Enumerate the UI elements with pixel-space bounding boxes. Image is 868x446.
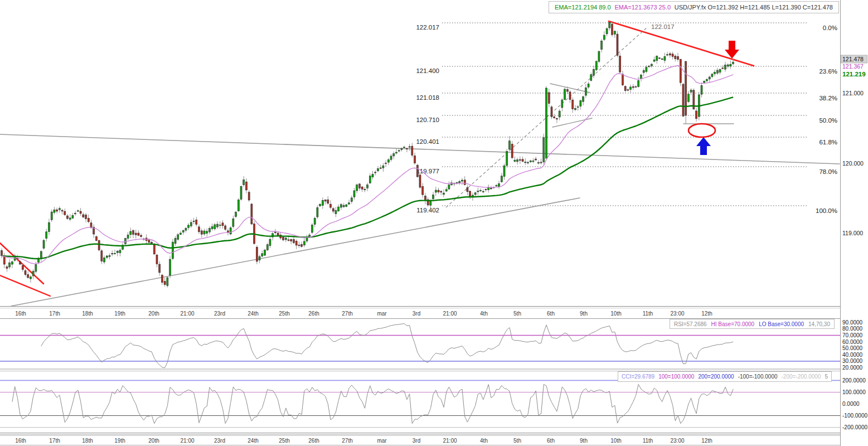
- candle-up: [172, 242, 173, 259]
- candle-up: [106, 256, 108, 258]
- candle-up: [430, 201, 431, 205]
- candle-down: [632, 86, 634, 88]
- candle-down: [619, 56, 621, 72]
- candle-up: [219, 225, 221, 225]
- candle-up: [285, 238, 287, 240]
- candle-up: [264, 250, 266, 255]
- candle-up: [574, 108, 576, 109]
- candle-down: [159, 264, 161, 273]
- fib-retracement[interactable]: [442, 23, 807, 206]
- candle-down: [138, 233, 139, 235]
- time-label: 3rd: [413, 311, 420, 317]
- candle-down: [3, 256, 5, 264]
- candle-up: [646, 67, 647, 72]
- candle-down: [556, 118, 557, 119]
- candle-up: [690, 90, 692, 93]
- candle-down: [151, 242, 153, 243]
- time-label: 12th: [701, 311, 712, 317]
- fib-price-label: 120.401: [416, 138, 439, 145]
- candle-up: [369, 176, 371, 183]
- candle-up: [372, 174, 374, 177]
- candle-up: [711, 74, 713, 77]
- candle-up: [435, 190, 437, 192]
- candle-down: [672, 54, 673, 56]
- candle-down: [358, 184, 360, 188]
- candle-up: [46, 232, 47, 239]
- candle-up: [114, 253, 115, 254]
- red-highlight-ellipse[interactable]: [688, 124, 715, 137]
- candle-up: [9, 263, 11, 267]
- candle-down: [675, 56, 676, 59]
- candle-up: [69, 218, 71, 220]
- candle-up: [243, 180, 245, 185]
- time-label: 4th: [480, 438, 488, 444]
- candle-up: [477, 191, 479, 192]
- candle-up: [716, 70, 718, 73]
- candle-down: [80, 211, 81, 214]
- candle-down: [566, 89, 568, 91]
- red-down-arrow[interactable]: [725, 41, 739, 59]
- candle-down: [95, 236, 97, 240]
- candle-up: [109, 255, 110, 256]
- candle-up: [30, 277, 31, 279]
- blue-up-arrow[interactable]: [696, 137, 711, 155]
- candle-down: [288, 240, 289, 240]
- rsi-panel: [0, 324, 840, 368]
- cci-axis-label: 0.0000: [842, 401, 860, 407]
- candle-up: [609, 22, 610, 28]
- candle-down: [554, 117, 555, 118]
- ema-89-line[interactable]: [2, 97, 733, 259]
- candle-up: [322, 200, 323, 205]
- candle-down: [380, 168, 381, 168]
- fib-pct-label: 23.6%: [819, 68, 837, 75]
- candle-up: [704, 81, 705, 83]
- time-label: 25th: [279, 311, 289, 317]
- candle-up: [319, 204, 321, 206]
- cci-line: [12, 384, 733, 423]
- axis-strip-band: [0, 434, 840, 436]
- candle-up: [546, 88, 547, 158]
- candle-down: [222, 223, 224, 226]
- candle-up: [501, 176, 502, 182]
- red-wedge-lower[interactable]: [0, 275, 50, 296]
- candle-up: [583, 96, 584, 101]
- time-label: 5th: [513, 311, 521, 317]
- candle-up: [182, 230, 184, 232]
- candle-up: [401, 148, 403, 149]
- candle-down: [1, 250, 3, 255]
- candle-down: [324, 200, 326, 201]
- time-label: 6th: [547, 311, 555, 317]
- candle-up: [445, 190, 447, 191]
- price-axis-label: 121.000: [842, 90, 864, 96]
- candle-up: [630, 87, 632, 90]
- candle-down: [677, 56, 679, 60]
- candle-up: [714, 72, 716, 74]
- rsi-axis-label: 50.0000: [842, 345, 863, 351]
- candle-down: [469, 191, 471, 196]
- time-label: 23:00: [670, 311, 684, 317]
- fib-price-label: 121.400: [416, 67, 439, 74]
- rsi-hi-base: HI Base=70.0000: [711, 321, 755, 327]
- ema-25-line[interactable]: [2, 66, 733, 264]
- candle-up: [111, 254, 113, 254]
- price-axis-label: 120.000: [842, 160, 864, 167]
- candle-down: [20, 261, 21, 264]
- candle-up: [119, 250, 121, 253]
- time-label: 18th: [82, 311, 93, 317]
- candle-up: [595, 61, 597, 70]
- candle-down: [535, 159, 537, 160]
- candle-up: [351, 198, 352, 202]
- candle-up: [11, 262, 13, 264]
- candle-down: [248, 192, 250, 200]
- cci-axis-label: -200.0000: [842, 424, 867, 430]
- time-label: 9th: [580, 438, 588, 444]
- time-label: 5th: [513, 438, 521, 444]
- time-label: 21:00: [443, 311, 457, 317]
- candle-up: [43, 240, 45, 248]
- price-tag: 121.367: [842, 63, 864, 70]
- fib-pct-label: 50.0%: [819, 117, 837, 124]
- candle-down: [135, 233, 137, 235]
- candle-up: [124, 239, 126, 244]
- gray-ascending-support[interactable]: [11, 198, 580, 306]
- candle-up: [35, 265, 37, 272]
